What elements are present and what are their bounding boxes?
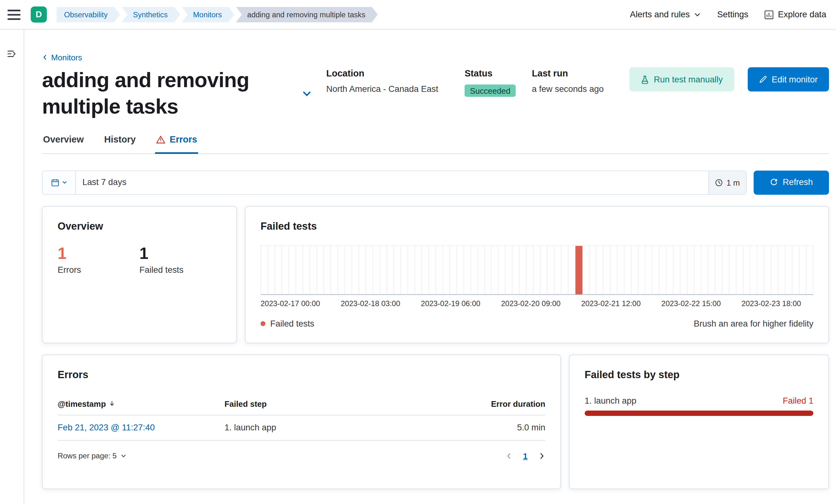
failed-tests-by-step-title: Failed tests by step bbox=[585, 369, 813, 381]
failed-tests-stat: 1 Failed tests bbox=[139, 244, 221, 275]
breadcrumb-current-page: adding and removing multiple tasks bbox=[236, 6, 378, 22]
explore-data-button[interactable]: Explore data bbox=[764, 10, 826, 20]
rows-per-page-button[interactable]: Rows per page: 5 bbox=[58, 451, 126, 460]
settings-link[interactable]: Settings bbox=[717, 10, 748, 20]
tab-overview[interactable]: Overview bbox=[42, 134, 85, 153]
clock-refresh-icon bbox=[715, 178, 723, 187]
last-run-value: a few seconds ago bbox=[532, 85, 613, 94]
beaker-icon bbox=[640, 75, 649, 84]
location-value: North America - Canada East bbox=[326, 85, 450, 94]
failed-tests-card-title: Failed tests bbox=[261, 220, 813, 232]
failed-tests-card: Failed tests 2023-02-17 00:00 2023-02-18… bbox=[245, 206, 829, 343]
warning-triangle-icon bbox=[156, 136, 165, 144]
failed-step-column-header: Failed step bbox=[224, 399, 448, 408]
topbar-right-actions: Alerts and rules Settings Explore data bbox=[630, 10, 826, 20]
errors-card: Errors @timestamp Failed step Error dura… bbox=[42, 354, 561, 489]
errors-table: @timestamp Failed step Error duration Fe… bbox=[58, 399, 545, 441]
breadcrumb-synthetics[interactable]: Synthetics bbox=[121, 6, 180, 22]
failed-tests-by-step-card: Failed tests by step 1. launch app Faile… bbox=[569, 354, 829, 489]
x-axis-tick: 2023-02-20 09:00 bbox=[501, 299, 560, 307]
error-failed-step: 1. launch app bbox=[224, 423, 448, 432]
breadcrumb-observability[interactable]: Observability bbox=[57, 6, 120, 22]
refresh-button[interactable]: Refresh bbox=[754, 170, 829, 194]
status-label: Status bbox=[464, 68, 517, 79]
chevron-down-icon bbox=[62, 180, 67, 185]
auto-refresh-interval-button[interactable]: 1 m bbox=[708, 171, 746, 194]
x-axis-tick: 2023-02-23 18:00 bbox=[742, 299, 801, 307]
error-duration-column-header: Error duration bbox=[449, 399, 546, 408]
previous-page-button[interactable] bbox=[505, 452, 512, 459]
monitor-select-dropdown-button[interactable] bbox=[302, 88, 312, 99]
chevron-down-icon bbox=[694, 11, 701, 18]
chart-legend: Failed tests bbox=[261, 319, 315, 328]
main-content: Monitors adding and removing multiple ta… bbox=[24, 30, 836, 504]
overview-stats: 1 Errors 1 Failed tests bbox=[58, 244, 221, 275]
x-axis-tick: 2023-02-21 12:00 bbox=[581, 299, 641, 307]
date-picker-bar: Last 7 days 1 m Refresh bbox=[42, 170, 829, 194]
run-test-manually-button[interactable]: Run test manually bbox=[629, 67, 734, 92]
edit-monitor-button[interactable]: Edit monitor bbox=[747, 67, 829, 92]
brush-hint-text: Brush an area for higher fidelity bbox=[694, 319, 813, 328]
failed-tests-legend-dot bbox=[261, 321, 265, 326]
expand-nav-button[interactable] bbox=[7, 49, 17, 59]
monitor-tabs: Overview History Errors bbox=[42, 134, 829, 154]
step-result: Failed 1 bbox=[783, 396, 813, 406]
x-axis-tick: 2023-02-22 15:00 bbox=[661, 299, 721, 307]
pencil-icon bbox=[759, 75, 767, 83]
super-date-picker: Last 7 days 1 m bbox=[42, 170, 747, 194]
overview-card-title: Overview bbox=[58, 220, 221, 232]
overview-card: Overview 1 Errors 1 Failed tests bbox=[42, 206, 237, 343]
step-item: 1. launch app Failed 1 bbox=[585, 396, 813, 415]
table-row: Feb 21, 2023 @ 11:27:40 1. launch app 5.… bbox=[58, 415, 545, 440]
explore-data-icon bbox=[764, 10, 774, 19]
date-quick-select-button[interactable] bbox=[42, 171, 76, 194]
error-duration: 5.0 min bbox=[449, 423, 546, 432]
failed-tests-plot[interactable] bbox=[261, 245, 813, 294]
left-nav-rail bbox=[0, 30, 24, 504]
top-navigation-bar: D Observability Synthetics Monitors addi… bbox=[0, 0, 836, 30]
tab-errors[interactable]: Errors bbox=[155, 134, 198, 153]
failed-tests-bar[interactable] bbox=[576, 246, 583, 294]
refresh-icon bbox=[770, 178, 778, 187]
x-axis-tick: 2023-02-18 03:00 bbox=[341, 299, 400, 307]
breadcrumb: Observability Synthetics Monitors adding… bbox=[57, 6, 378, 22]
step-progress-track bbox=[585, 410, 813, 415]
pagination: 1 bbox=[505, 451, 545, 460]
menu-button[interactable] bbox=[7, 6, 24, 23]
menu-right-icon bbox=[7, 49, 17, 59]
error-timestamp-link[interactable]: Feb 21, 2023 @ 11:27:40 bbox=[58, 423, 224, 432]
page-number-1[interactable]: 1 bbox=[523, 451, 528, 460]
step-name: 1. launch app bbox=[585, 396, 636, 406]
failed-tests-chart: 2023-02-17 00:00 2023-02-18 03:00 2023-0… bbox=[261, 245, 813, 328]
errors-card-title: Errors bbox=[58, 369, 545, 381]
errors-table-header: @timestamp Failed step Error duration bbox=[58, 399, 545, 415]
alerts-and-rules-menu[interactable]: Alerts and rules bbox=[630, 10, 701, 20]
calendar-icon bbox=[51, 178, 59, 187]
deployment-avatar[interactable]: D bbox=[31, 6, 46, 23]
chevron-left-icon bbox=[42, 54, 48, 60]
x-axis-tick: 2023-02-19 06:00 bbox=[421, 299, 480, 307]
next-page-button[interactable] bbox=[538, 452, 545, 459]
back-to-monitors-link[interactable]: Monitors bbox=[42, 53, 82, 62]
errors-stat: 1 Errors bbox=[58, 244, 139, 275]
breadcrumb-monitors[interactable]: Monitors bbox=[182, 6, 234, 22]
hamburger-icon bbox=[7, 9, 20, 11]
monitor-actions: Run test manually Edit monitor bbox=[629, 67, 829, 92]
status-badge: Succeeded bbox=[464, 85, 516, 97]
page-title: adding and removing multiple tasks bbox=[42, 67, 295, 120]
timestamp-column-header[interactable]: @timestamp bbox=[58, 399, 224, 408]
sort-descending-icon bbox=[109, 400, 115, 407]
x-axis-ticks: 2023-02-17 00:00 2023-02-18 03:00 2023-0… bbox=[261, 299, 801, 307]
chevron-down-icon bbox=[120, 453, 127, 459]
tab-history[interactable]: History bbox=[103, 134, 137, 153]
app-viewport: D Observability Synthetics Monitors addi… bbox=[0, 0, 836, 504]
last-run-label: Last run bbox=[532, 68, 613, 79]
monitor-header: adding and removing multiple tasks Locat… bbox=[42, 67, 829, 120]
date-range-display[interactable]: Last 7 days bbox=[76, 177, 708, 187]
x-axis-tick: 2023-02-17 00:00 bbox=[261, 299, 320, 307]
location-label: Location bbox=[326, 68, 450, 79]
failed-step-bar-fill bbox=[585, 410, 813, 415]
monitor-meta: Location North America - Canada East Sta… bbox=[326, 68, 612, 97]
